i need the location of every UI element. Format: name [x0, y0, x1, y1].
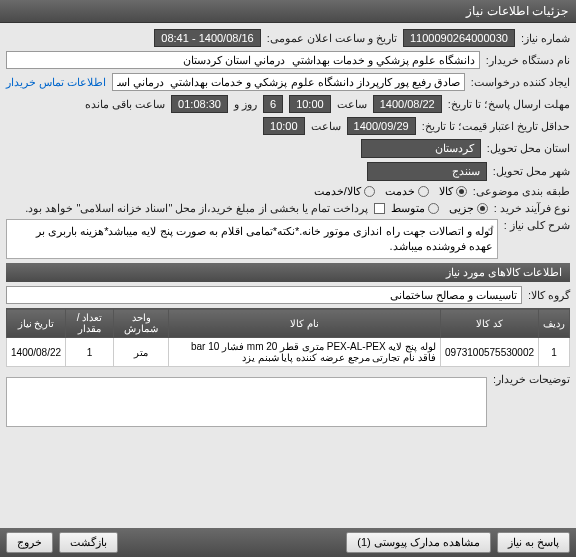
th-unit: واحد شمارش [114, 309, 169, 338]
process-label: نوع فرآیند خرید : [494, 202, 570, 215]
radio-service[interactable]: خدمت [385, 185, 429, 198]
radio-tiny[interactable]: جزیی [449, 202, 488, 215]
public-date-value: 1400/08/16 - 08:41 [154, 29, 260, 47]
attachments-button[interactable]: مشاهده مدارک پیوستی (1) [346, 532, 491, 553]
radio-medium[interactable]: متوسط [391, 202, 439, 215]
items-section-header: اطلاعات کالاهای مورد نیاز [6, 263, 570, 282]
need-no-label: شماره نیاز: [521, 32, 570, 45]
radio-dot-icon [456, 186, 467, 197]
group-input[interactable] [6, 286, 522, 304]
radio-both[interactable]: کالا/خدمت [314, 185, 375, 198]
buyer-label: نام دستگاه خریدار: [486, 54, 570, 67]
th-date: تاریخ نیاز [7, 309, 66, 338]
table-row[interactable]: 1 0973100575530002 لوله پنج لایه PEX-AL-… [7, 338, 570, 367]
cell-idx: 1 [539, 338, 570, 367]
radio-tiny-label: جزیی [449, 202, 474, 215]
deadline-date: 1400/08/22 [373, 95, 442, 113]
spacer [124, 532, 340, 553]
items-table: ردیف کد کالا نام کالا واحد شمارش تعداد /… [6, 308, 570, 367]
cell-date: 1400/08/22 [7, 338, 66, 367]
deadline-time: 10:00 [289, 95, 331, 113]
creator-input[interactable] [112, 73, 465, 91]
days-value: 6 [263, 95, 283, 113]
cell-unit: متر [114, 338, 169, 367]
exit-button[interactable]: خروج [6, 532, 53, 553]
radio-dot-icon [428, 203, 439, 214]
items-section-title: اطلاعات کالاهای مورد نیاز [446, 266, 562, 278]
need-no-value: 1100090264000030 [403, 29, 515, 47]
payment-checkbox[interactable] [374, 203, 385, 214]
valid-label: حداقل تاریخ اعتبار قیمت؛ تا تاریخ: [422, 120, 570, 133]
province-value: كردستان [361, 139, 481, 158]
th-name: نام کالا [169, 309, 441, 338]
remaining-label: ساعت باقی مانده [85, 98, 165, 111]
cell-name: لوله پنج لایه PEX-AL-PEX متری قطر 20 mm … [169, 338, 441, 367]
page-title: جزئیات اطلاعات نیاز [466, 4, 568, 18]
radio-service-label: خدمت [385, 185, 415, 198]
creator-label: ایجاد کننده درخواست: [471, 76, 570, 89]
back-button[interactable]: بازگشت [59, 532, 118, 553]
buyer-notes-textarea[interactable] [6, 377, 487, 427]
category-radio-group: کالا خدمت کالا/خدمت [314, 185, 467, 198]
cell-code: 0973100575530002 [441, 338, 539, 367]
payment-note: پرداخت تمام یا بخشی از مبلغ خرید،از محل … [25, 202, 368, 215]
public-date-label: تاریخ و ساعت اعلان عمومی: [267, 32, 397, 45]
th-code: کد کالا [441, 309, 539, 338]
th-idx: ردیف [539, 309, 570, 338]
page-header: جزئیات اطلاعات نیاز [0, 0, 576, 23]
process-radio-group: جزیی متوسط [391, 202, 488, 215]
radio-dot-icon [477, 203, 488, 214]
city-label: شهر محل تحویل: [493, 165, 570, 178]
desc-textarea[interactable]: ⤢ لوله و اتصالات جهت راه اندازی موتور خا… [6, 219, 498, 259]
radio-medium-label: متوسط [391, 202, 425, 215]
remaining-time: 01:08:30 [171, 95, 228, 113]
desc-label: شرح کلی نیاز : [504, 219, 570, 232]
valid-time: 10:00 [263, 117, 305, 135]
expand-icon[interactable]: ⤢ [487, 222, 495, 235]
radio-goods-label: کالا [439, 185, 453, 198]
th-qty: تعداد / مقدار [66, 309, 114, 338]
contact-link[interactable]: اطلاعات تماس خریدار [6, 76, 106, 89]
radio-goods[interactable]: کالا [439, 185, 467, 198]
table-header-row: ردیف کد کالا نام کالا واحد شمارش تعداد /… [7, 309, 570, 338]
radio-dot-icon [364, 186, 375, 197]
hour-label-1: ساعت [337, 98, 367, 111]
radio-dot-icon [418, 186, 429, 197]
hour-label-2: ساعت [311, 120, 341, 133]
radio-both-label: کالا/خدمت [314, 185, 361, 198]
reply-button[interactable]: پاسخ به نیاز [497, 532, 570, 553]
cell-qty: 1 [66, 338, 114, 367]
desc-text: لوله و اتصالات جهت راه اندازی موتور خانه… [36, 225, 493, 252]
group-label: گروه کالا: [528, 289, 570, 302]
buyer-notes-label: توضیحات خریدار: [493, 373, 570, 386]
buyer-input[interactable] [6, 51, 480, 69]
deadline-label: مهلت ارسال پاسخ؛ تا تاریخ: [448, 98, 570, 111]
province-label: استان محل تحویل: [487, 142, 570, 155]
valid-date: 1400/09/29 [347, 117, 416, 135]
main-content: شماره نیاز: 1100090264000030 تاریخ و ساع… [0, 23, 576, 437]
city-value: سنندج [367, 162, 487, 181]
day-label: روز و [234, 98, 257, 111]
footer-toolbar: پاسخ به نیاز مشاهده مدارک پیوستی (1) باز… [0, 528, 576, 557]
category-label: طبقه بندی موضوعی: [473, 185, 570, 198]
